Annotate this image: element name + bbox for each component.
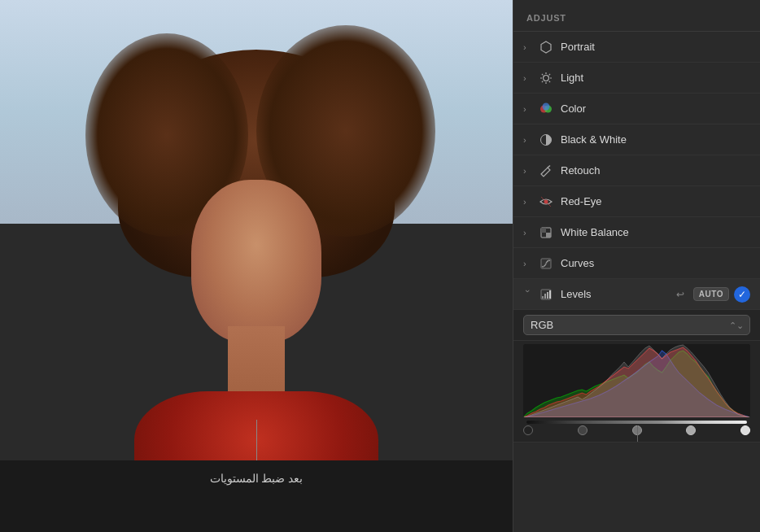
levels-icon <box>538 286 554 303</box>
right-panel: ADJUST › Portrait › <box>513 0 760 532</box>
white-balance-icon <box>538 225 554 241</box>
white-balance-label: White Balance <box>561 226 750 238</box>
chevron-icon-retouch: › <box>523 166 533 176</box>
levels-slider-dark[interactable] <box>578 425 587 435</box>
adjust-item-portrait[interactable]: › Portrait <box>513 32 760 63</box>
photo-face <box>191 180 321 342</box>
chevron-icon-portrait: › <box>523 42 533 52</box>
levels-auto-button[interactable]: AUTO <box>693 287 729 301</box>
svg-line-16 <box>541 197 551 207</box>
annotation-area: بعد ضبط المستويات <box>0 460 513 496</box>
color-label: Color <box>561 102 750 115</box>
levels-slider-white[interactable] <box>740 425 750 435</box>
adjust-item-light[interactable]: › Light <box>513 63 760 94</box>
adjust-list: › Portrait › <box>513 32 760 532</box>
svg-rect-27 <box>549 290 551 299</box>
histogram-canvas <box>523 344 750 417</box>
retouch-label: Retouch <box>561 164 750 177</box>
adjust-item-curves[interactable]: › Curves <box>513 248 760 279</box>
curves-icon <box>538 255 554 272</box>
annotation-line <box>256 420 257 460</box>
retouch-icon <box>538 163 554 179</box>
curves-label: Curves <box>561 257 750 269</box>
levels-actions: ↩ AUTO ✓ <box>672 286 750 303</box>
svg-line-14 <box>548 165 550 168</box>
svg-marker-0 <box>541 41 551 53</box>
rgb-select-wrapper: RGB Red Green Blue ⌃⌄ <box>523 315 750 335</box>
levels-section: RGB Red Green Blue ⌃⌄ <box>513 310 760 443</box>
color-icon <box>538 101 554 117</box>
portrait-icon <box>538 39 554 55</box>
svg-line-8 <box>549 73 550 74</box>
adjust-item-levels[interactable]: › Levels ↩ AUTO ✓ <box>513 279 760 310</box>
check-icon: ✓ <box>738 289 746 300</box>
chevron-icon-curves: › <box>523 259 533 268</box>
svg-line-9 <box>542 81 543 81</box>
svg-rect-20 <box>546 233 551 238</box>
panel-header: ADJUST <box>513 0 760 32</box>
levels-check-badge[interactable]: ✓ <box>734 286 750 303</box>
rgb-select[interactable]: RGB Red Green Blue <box>523 315 750 335</box>
levels-slider-light[interactable] <box>686 425 696 435</box>
svg-rect-25 <box>544 294 546 299</box>
black-white-label: Black & White <box>561 133 750 146</box>
chevron-icon-black-white: › <box>523 135 533 145</box>
chevron-icon-light: › <box>523 73 533 83</box>
adjust-item-white-balance[interactable]: › White Balance <box>513 217 760 248</box>
panel-title: ADJUST <box>526 13 566 23</box>
photo-area: بعد ضبط المستويات <box>0 0 513 496</box>
adjust-item-red-eye[interactable]: › Red-Eye <box>513 186 760 217</box>
chevron-icon-levels: › <box>523 290 533 299</box>
svg-rect-24 <box>542 296 544 299</box>
levels-label: Levels <box>561 288 672 300</box>
chevron-icon-color: › <box>523 104 533 114</box>
svg-rect-19 <box>541 228 546 233</box>
adjust-item-retouch[interactable]: › Retouch <box>513 155 760 186</box>
svg-line-6 <box>542 73 543 74</box>
svg-point-12 <box>543 102 550 110</box>
adjust-item-color[interactable]: › Color <box>513 94 760 124</box>
light-icon <box>538 70 554 86</box>
chevron-icon-red-eye: › <box>523 197 533 207</box>
adjust-item-black-white[interactable]: › Black & White <box>513 124 760 155</box>
center-line <box>637 425 638 442</box>
levels-reset-button[interactable]: ↩ <box>672 286 688 303</box>
svg-point-1 <box>544 75 549 81</box>
red-eye-label: Red-Eye <box>561 195 750 207</box>
histogram-container <box>513 341 760 442</box>
levels-slider-black[interactable] <box>523 425 533 435</box>
svg-line-7 <box>549 81 550 81</box>
rgb-select-row: RGB Red Green Blue ⌃⌄ <box>513 310 760 341</box>
annotation-text: بعد ضبط المستويات <box>210 472 304 485</box>
chevron-icon-white-balance: › <box>523 228 533 238</box>
red-eye-icon <box>538 194 554 210</box>
svg-rect-26 <box>547 292 548 299</box>
light-label: Light <box>561 72 750 84</box>
black-white-icon <box>538 132 554 148</box>
portrait-label: Portrait <box>561 41 750 53</box>
